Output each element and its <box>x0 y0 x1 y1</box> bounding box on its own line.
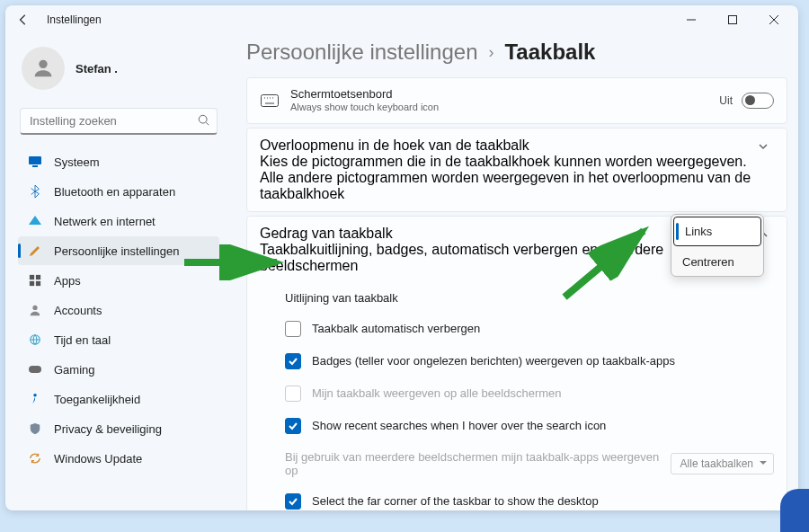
sidebar-item-label: Toegankelijkheid <box>54 393 140 406</box>
body: Stefan . Systeem Bluetooth en apparaten … <box>5 34 798 510</box>
svg-point-4 <box>39 60 47 68</box>
sidebar-item-update[interactable]: Windows Update <box>18 444 219 473</box>
svg-rect-10 <box>36 275 40 279</box>
svg-point-16 <box>33 394 37 397</box>
monitor-icon <box>27 154 43 170</box>
wifi-icon <box>27 213 43 229</box>
panel-touch-keyboard[interactable]: Schermtoetsenbord Always show touch keyb… <box>246 77 787 124</box>
option-alignment: Uitlijning van taakbalk <box>247 283 787 313</box>
toggle-status: Uit <box>719 94 733 107</box>
breadcrumb-current: Taakbalk <box>504 40 595 65</box>
panel-desc: Always show touch keyboard icon <box>290 101 719 114</box>
sidebar: Stefan . Systeem Bluetooth en apparaten … <box>5 34 227 510</box>
breadcrumb: Persoonlijke instellingen › Taakbalk <box>246 40 787 65</box>
apps-icon <box>27 272 43 288</box>
chevron-down-icon <box>758 139 774 155</box>
option-autohide[interactable]: Taakbalk automatisch verbergen <box>247 313 787 345</box>
checkbox <box>285 386 301 402</box>
sidebar-item-accounts[interactable]: Accounts <box>18 296 219 324</box>
svg-point-13 <box>32 306 37 310</box>
svg-rect-12 <box>36 281 40 286</box>
svg-rect-8 <box>32 165 38 167</box>
option-label: Select the far corner of the taskbar to … <box>312 494 774 508</box>
svg-point-5 <box>199 115 207 123</box>
option-multimon-apps: Bij gebruik van meerdere beeldschermen m… <box>247 442 787 485</box>
search-icon <box>198 114 210 130</box>
checkbox[interactable] <box>285 493 301 510</box>
panel-desc: Kies de pictogrammen die in de taakbalkh… <box>260 154 758 202</box>
window-title: Instellingen <box>47 13 102 26</box>
sidebar-item-network[interactable]: Netwerk en internet <box>18 207 219 235</box>
option-label: Bij gebruik van meerdere beeldschermen m… <box>285 450 671 477</box>
titlebar: Instellingen <box>5 5 798 34</box>
minimize-button[interactable] <box>671 5 712 34</box>
svg-rect-7 <box>29 156 41 164</box>
option-label: Mijn taakbalk weergeven op alle beeldsch… <box>312 386 774 400</box>
nav: Systeem Bluetooth en apparaten Netwerk e… <box>18 147 219 473</box>
sidebar-item-label: Accounts <box>54 304 102 317</box>
alignment-dropdown-popup: Links Centreren <box>671 214 764 277</box>
brush-icon <box>27 243 43 259</box>
back-button[interactable] <box>9 5 38 34</box>
sidebar-item-label: Bluetooth en apparaten <box>54 185 175 199</box>
sidebar-item-personalization[interactable]: Persoonlijke instellingen <box>18 236 219 265</box>
option-label: Taakbalk automatisch verbergen <box>312 322 774 335</box>
search-input[interactable] <box>20 108 218 135</box>
decor-corner <box>780 489 809 532</box>
search-box[interactable] <box>20 108 218 135</box>
sidebar-item-label: Apps <box>54 274 81 288</box>
checkbox[interactable] <box>285 353 301 369</box>
settings-window: Instellingen Stefan . Systeem Bluetooth … <box>5 5 798 510</box>
checkbox[interactable] <box>285 321 301 337</box>
chevron-right-icon: › <box>488 43 493 62</box>
option-badges[interactable]: Badges (teller voor ongelezen berichten)… <box>247 345 787 377</box>
gamepad-icon <box>27 361 43 377</box>
panel-title: Schermtoetsenbord <box>290 87 719 101</box>
svg-rect-11 <box>30 281 34 286</box>
profile[interactable]: Stefan . <box>18 41 219 102</box>
checkbox[interactable] <box>285 418 301 434</box>
username: Stefan . <box>76 62 118 75</box>
breadcrumb-parent[interactable]: Persoonlijke instellingen <box>246 40 477 65</box>
close-button[interactable] <box>753 5 795 34</box>
option-label: Badges (teller voor ongelezen berichten)… <box>312 354 774 368</box>
option-recent-searches[interactable]: Show recent searches when I hover over t… <box>247 410 787 442</box>
sidebar-item-label: Persoonlijke instellingen <box>54 244 179 258</box>
sidebar-item-label: Windows Update <box>54 452 142 466</box>
bluetooth-icon <box>27 183 43 200</box>
content: Persoonlijke instellingen › Taakbalk Sch… <box>227 34 798 510</box>
caption-buttons <box>671 5 795 34</box>
dropdown-item-centreren[interactable]: Centreren <box>671 248 763 276</box>
dropdown-item-links[interactable]: Links <box>673 217 761 246</box>
sidebar-item-apps[interactable]: Apps <box>18 266 219 295</box>
svg-rect-9 <box>30 275 34 279</box>
sidebar-item-privacy[interactable]: Privacy & beveiliging <box>18 414 219 443</box>
sidebar-item-accessibility[interactable]: Toegankelijkheid <box>18 385 219 413</box>
sidebar-item-label: Gaming <box>54 363 95 377</box>
update-icon <box>27 450 43 466</box>
sidebar-item-label: Systeem <box>54 155 100 169</box>
svg-rect-15 <box>29 366 41 373</box>
avatar <box>22 47 65 90</box>
sidebar-item-label: Privacy & beveiliging <box>54 422 162 436</box>
option-multimon: Mijn taakbalk weergeven op alle beeldsch… <box>247 377 787 410</box>
globe-icon <box>27 332 43 348</box>
sidebar-item-gaming[interactable]: Gaming <box>18 355 219 384</box>
option-show-desktop-corner[interactable]: Select the far corner of the taskbar to … <box>247 485 787 510</box>
maximize-button[interactable] <box>712 5 753 34</box>
sidebar-item-system[interactable]: Systeem <box>18 147 219 176</box>
keyboard-icon <box>260 94 280 107</box>
shield-icon <box>27 421 43 437</box>
svg-line-6 <box>206 122 209 125</box>
sidebar-item-label: Netwerk en internet <box>54 215 156 228</box>
sidebar-item-time[interactable]: Tijd en taal <box>18 325 219 354</box>
option-label: Show recent searches when I hover over t… <box>312 419 774 432</box>
accessibility-icon <box>27 391 43 407</box>
toggle-switch[interactable] <box>742 93 774 109</box>
sidebar-item-label: Tijd en taal <box>54 333 111 347</box>
person-icon <box>27 302 43 318</box>
panel-overflow[interactable]: Overloopmenu in de hoek van de taakbalk … <box>246 128 787 212</box>
svg-rect-1 <box>729 16 737 24</box>
panel-title: Overloopmenu in de hoek van de taakbalk <box>260 137 758 154</box>
sidebar-item-bluetooth[interactable]: Bluetooth en apparaten <box>18 177 219 206</box>
